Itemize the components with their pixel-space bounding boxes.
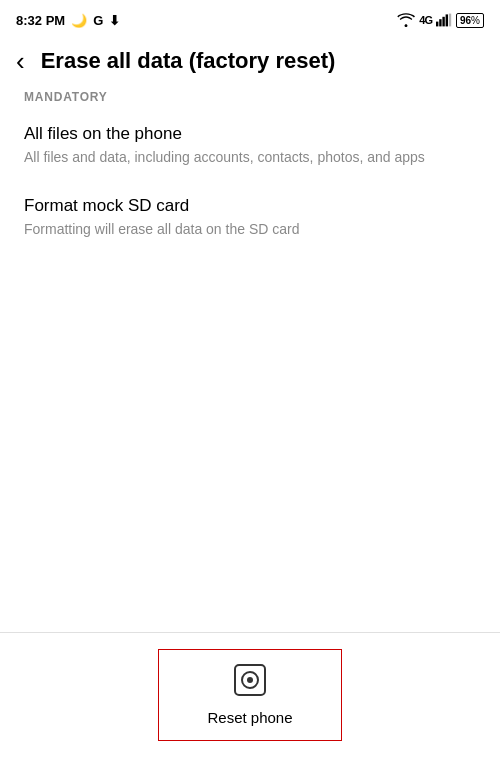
reset-phone-button[interactable]: Reset phone: [158, 649, 341, 741]
google-icon: G: [93, 13, 103, 28]
item-title-sdcard: Format mock SD card: [24, 196, 476, 216]
back-button[interactable]: ‹: [16, 48, 25, 74]
svg-rect-2: [442, 17, 444, 27]
list-item: Format mock SD card Formatting will eras…: [24, 196, 476, 240]
reset-phone-label: Reset phone: [207, 709, 292, 726]
bottom-action-area: Reset phone: [0, 632, 500, 765]
svg-point-7: [247, 677, 253, 683]
svg-rect-0: [436, 22, 438, 27]
section-label: MANDATORY: [24, 90, 476, 104]
svg-rect-1: [439, 19, 441, 26]
wifi-icon: [397, 13, 415, 27]
list-item: All files on the phone All files and dat…: [24, 124, 476, 168]
reset-phone-icon: [234, 664, 266, 703]
svg-rect-4: [449, 14, 451, 27]
status-bar: 8:32 PM 🌙 G ⬇ 4G 96 %: [0, 0, 500, 36]
content-area: MANDATORY All files on the phone All fil…: [0, 90, 500, 239]
item-description-sdcard: Formatting will erase all data on the SD…: [24, 220, 476, 240]
item-title-files: All files on the phone: [24, 124, 476, 144]
status-right-icons: 4G 96 %: [397, 13, 484, 28]
svg-rect-3: [446, 14, 448, 26]
page-title: Erase all data (factory reset): [41, 48, 336, 74]
item-description-files: All files and data, including accounts, …: [24, 148, 476, 168]
signal-bars-icon: [436, 13, 452, 27]
status-left: 8:32 PM 🌙 G ⬇: [16, 13, 120, 28]
download-icon: ⬇: [109, 13, 120, 28]
battery-level: 96: [460, 15, 471, 26]
moon-icon: 🌙: [71, 13, 87, 28]
time-display: 8:32 PM: [16, 13, 65, 28]
signal-icon: 4G: [419, 14, 432, 26]
battery-icon: 96 %: [456, 13, 484, 28]
page-header: ‹ Erase all data (factory reset): [0, 36, 500, 90]
